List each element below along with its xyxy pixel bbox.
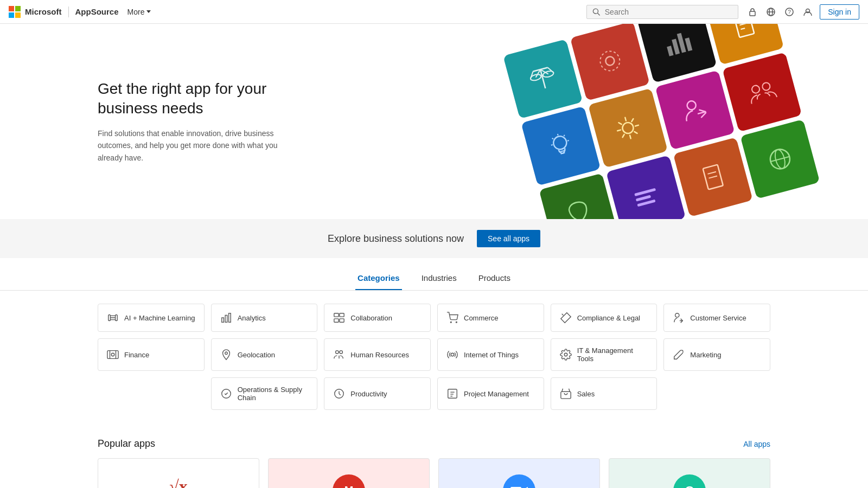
account-icon[interactable] (802, 7, 813, 17)
chart-icon (220, 312, 232, 324)
svg-rect-20 (672, 39, 680, 55)
svg-rect-53 (334, 313, 339, 317)
hero-tiles (503, 24, 868, 219)
settings-icon (560, 349, 572, 361)
ops-icon (220, 388, 232, 400)
category-project-mgmt[interactable]: Project Management (437, 377, 544, 410)
category-ai-ml[interactable]: AI + Machine Learning (98, 304, 205, 332)
svg-rect-19 (667, 46, 673, 56)
category-customer-service[interactable]: Customer Service (663, 304, 770, 332)
hero-image (336, 24, 868, 219)
categories-grid-row1: AI + Machine Learning Analytics Collabor… (98, 304, 770, 332)
zoom-logo (503, 474, 535, 488)
checklist-icon (446, 388, 458, 400)
help-icon[interactable]: ? (784, 7, 795, 17)
svg-rect-40 (636, 195, 651, 202)
category-analytics[interactable]: Analytics (211, 304, 318, 332)
more-menu[interactable]: More (127, 8, 151, 16)
svg-rect-50 (221, 318, 224, 322)
category-human-resources[interactable]: Human Resources (324, 338, 431, 371)
svg-text:M: M (344, 484, 354, 488)
header: Microsoft AppSource More (0, 0, 868, 24)
svg-line-46 (770, 157, 789, 162)
see-all-button[interactable]: See all apps (477, 230, 540, 247)
popular-apps-section: Popular apps All apps √x MathType M G (0, 438, 868, 488)
categories-grid-row3: Operations & Supply Chain Productivity P… (98, 377, 770, 410)
search-input[interactable] (605, 8, 732, 16)
category-sales[interactable]: Sales (551, 377, 658, 410)
svg-point-27 (552, 135, 568, 151)
miro-logo: M (333, 474, 365, 488)
search-bar (586, 5, 738, 19)
category-marketing[interactable]: Marketing (663, 338, 770, 371)
svg-point-17 (605, 56, 616, 67)
tab-industries[interactable]: Industries (419, 269, 459, 290)
signin-button[interactable]: Sign in (820, 4, 859, 20)
brush-icon (673, 349, 685, 361)
svg-point-36 (686, 100, 697, 111)
svg-rect-2 (750, 11, 755, 16)
tile-people (722, 52, 802, 132)
tile-globe (740, 119, 820, 199)
svg-text:?: ? (788, 9, 791, 15)
globe-icon[interactable] (765, 7, 776, 17)
category-it-mgmt[interactable]: IT & Management Tools (551, 338, 658, 371)
popular-header: Popular apps All apps (98, 438, 770, 450)
category-finance[interactable]: Finance (98, 338, 205, 371)
popular-title: Popular apps (98, 438, 155, 450)
hero-text: Get the right app for your business need… (0, 24, 336, 219)
cart-icon (446, 312, 458, 324)
gavel-icon (560, 312, 572, 324)
popular-apps-grid: √x MathType M G (98, 458, 770, 488)
app-card-grammarly[interactable]: G (609, 458, 770, 488)
category-compliance[interactable]: Compliance & Legal (551, 304, 658, 332)
lock-icon[interactable] (747, 7, 758, 17)
money-icon (107, 349, 119, 361)
more-label: More (127, 8, 145, 16)
svg-line-16 (548, 66, 554, 74)
category-productivity[interactable]: Productivity (324, 377, 431, 410)
svg-line-33 (552, 138, 553, 139)
logo-yellow (15, 12, 21, 18)
tab-products[interactable]: Products (476, 269, 513, 290)
all-apps-link[interactable]: All apps (743, 440, 770, 448)
tile-lightbulb (521, 106, 601, 186)
svg-rect-39 (634, 188, 656, 196)
header-icons: ? (747, 7, 813, 17)
tile-settings (570, 24, 650, 101)
app-card-zoom[interactable] (438, 458, 600, 488)
svg-point-38 (762, 82, 771, 91)
svg-rect-54 (340, 313, 344, 317)
categories-grid-row2: Finance Geolocation Human Resources Inte… (98, 338, 770, 371)
bag-icon (560, 388, 572, 400)
tile-bars (606, 155, 686, 219)
logo-red (9, 6, 14, 11)
appsource-label: AppSource (75, 7, 119, 16)
brain-icon (107, 312, 119, 324)
tab-categories[interactable]: Categories (355, 269, 402, 290)
collab-icon (333, 312, 345, 324)
app-card-mathtype[interactable]: √x MathType (98, 458, 259, 488)
category-operations[interactable]: Operations & Supply Chain (211, 377, 318, 410)
svg-point-69 (451, 353, 454, 356)
svg-point-70 (564, 353, 567, 356)
category-commerce[interactable]: Commerce (437, 304, 544, 332)
svg-line-26 (741, 28, 745, 29)
search-icon (592, 8, 601, 16)
category-collaboration[interactable]: Collaboration (324, 304, 431, 332)
category-geolocation[interactable]: Geolocation (211, 338, 318, 371)
logo-green (15, 6, 21, 11)
app-card-miro[interactable]: M (268, 458, 430, 488)
clock-icon (333, 388, 345, 400)
svg-rect-61 (107, 351, 118, 359)
chevron-down-icon (146, 10, 151, 13)
categories-section: AI + Machine Learning Analytics Collabor… (0, 304, 868, 438)
svg-point-66 (336, 351, 339, 354)
logo-blue (9, 12, 14, 18)
brand-name: Microsoft (25, 7, 62, 16)
tile-gear (588, 88, 668, 168)
microsoft-logo (9, 6, 21, 18)
category-iot[interactable]: Internet of Things (437, 338, 544, 371)
svg-point-18 (598, 49, 622, 73)
svg-line-1 (598, 13, 600, 15)
